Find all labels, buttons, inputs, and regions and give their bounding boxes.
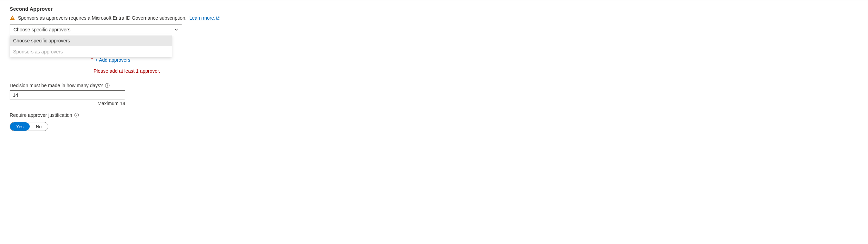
justification-field: Require approver justification Yes No — [10, 112, 858, 131]
warning-text: Sponsors as approvers requires a Microso… — [18, 15, 187, 21]
chevron-down-icon — [174, 28, 178, 32]
add-approvers-link[interactable]: + Add approvers — [95, 57, 130, 63]
justification-label: Require approver justification — [10, 112, 72, 118]
decision-days-field: Decision must be made in how many days? … — [10, 83, 858, 106]
dropdown-selected-value: Choose specific approvers — [13, 27, 70, 32]
dropdown-option-specific[interactable]: Choose specific approvers — [10, 35, 172, 46]
approver-error-text: Please add at least 1 approver. — [93, 68, 858, 74]
warning-row: Sponsors as approvers requires a Microso… — [10, 15, 858, 21]
approver-type-dropdown[interactable]: Choose specific approvers Choose specifi… — [10, 24, 182, 35]
justification-yes[interactable]: Yes — [10, 122, 30, 131]
svg-rect-1 — [12, 19, 13, 20]
second-approver-panel: Second Approver Sponsors as approvers re… — [0, 0, 868, 152]
learn-more-text: Learn more. — [189, 15, 215, 21]
svg-rect-7 — [77, 114, 77, 114]
svg-rect-4 — [107, 84, 107, 85]
required-star: * — [91, 57, 93, 62]
add-approvers-row: * + Add approvers — [91, 57, 858, 63]
svg-rect-6 — [77, 115, 77, 116]
justification-toggle[interactable]: Yes No — [10, 122, 48, 131]
justification-no[interactable]: No — [30, 122, 48, 131]
dropdown-option-sponsors: Sponsors as approvers — [10, 46, 172, 57]
decision-days-label: Decision must be made in how many days? — [10, 83, 103, 88]
svg-rect-3 — [107, 85, 107, 87]
info-icon[interactable] — [74, 113, 79, 118]
external-link-icon — [216, 16, 220, 20]
decision-days-max-hint: Maximum 14 — [10, 101, 125, 106]
info-icon[interactable] — [105, 83, 110, 88]
decision-days-input[interactable] — [10, 90, 125, 100]
learn-more-link[interactable]: Learn more. — [189, 15, 220, 21]
dropdown-menu: Choose specific approvers Sponsors as ap… — [10, 35, 172, 57]
section-title: Second Approver — [10, 6, 858, 12]
warning-icon — [10, 15, 15, 21]
svg-rect-0 — [12, 17, 13, 19]
dropdown-trigger[interactable]: Choose specific approvers — [10, 24, 182, 35]
